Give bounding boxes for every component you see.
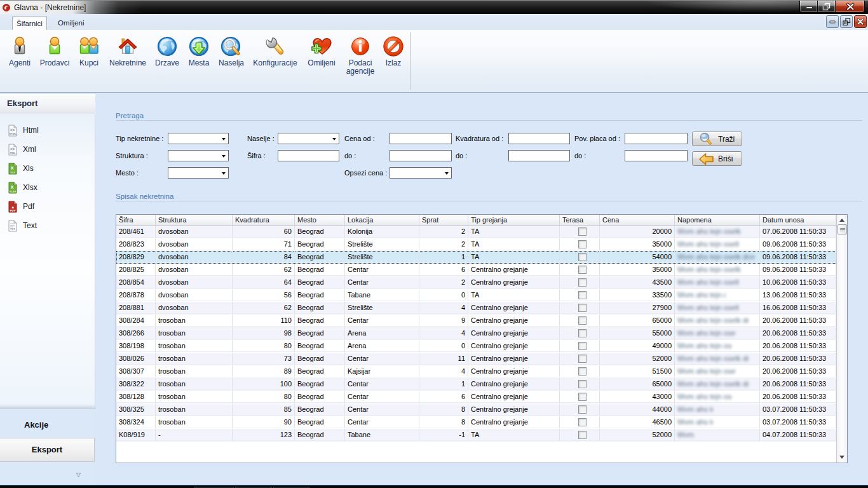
svg-text:TXT: TXT <box>10 227 15 231</box>
svg-text:XML: XML <box>10 151 16 154</box>
svg-text:<>: <> <box>10 147 15 151</box>
svg-text:HTML: HTML <box>9 132 17 135</box>
svg-text:XLS: XLS <box>10 171 15 174</box>
svg-text:PDF: PDF <box>10 209 16 212</box>
svg-text:XLSX: XLSX <box>10 190 17 193</box>
svg-text:X: X <box>11 185 14 189</box>
svg-text:<>: <> <box>10 128 15 132</box>
svg-text:X: X <box>11 166 14 170</box>
